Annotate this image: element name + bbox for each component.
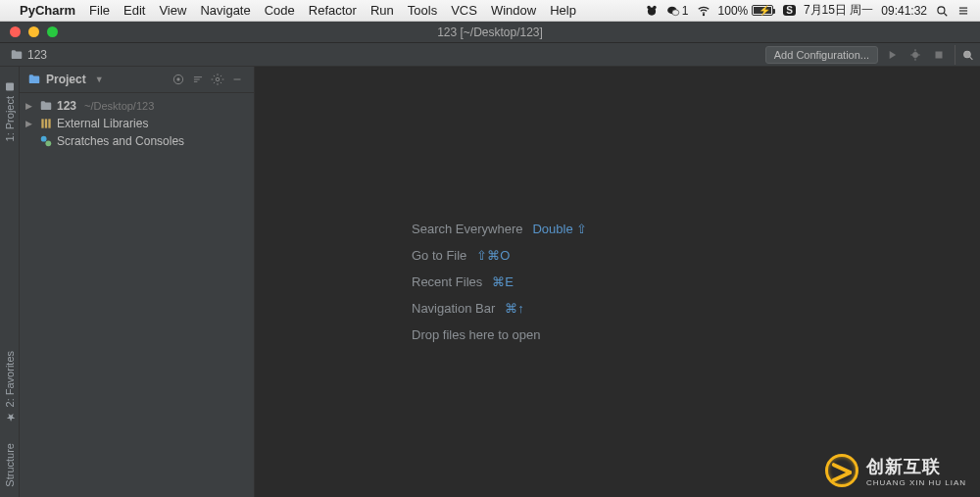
svg-point-17 bbox=[964, 51, 971, 58]
project-view-title: Project bbox=[46, 73, 86, 86]
chevron-down-icon: ▼ bbox=[95, 75, 104, 84]
editor-empty-state[interactable]: Search Everywhere Double ⇧ Go to File ⇧⌘… bbox=[255, 67, 980, 497]
structure-tool-tab[interactable]: Structure bbox=[4, 443, 16, 487]
status-bear-icon[interactable] bbox=[645, 4, 659, 18]
shortcut-label: ⌘E bbox=[492, 274, 514, 289]
menu-code[interactable]: Code bbox=[265, 3, 295, 18]
menu-vcs[interactable]: VCS bbox=[451, 3, 477, 18]
star-icon: ★ bbox=[3, 411, 16, 423]
menu-run[interactable]: Run bbox=[370, 3, 394, 18]
project-tool-header: Project ▼ bbox=[20, 67, 254, 93]
window-minimize-button[interactable] bbox=[28, 26, 39, 37]
locate-icon[interactable] bbox=[170, 71, 187, 88]
svg-rect-19 bbox=[6, 82, 14, 90]
status-input-source-icon[interactable]: S bbox=[783, 5, 796, 16]
tree-root-row[interactable]: ▶ 123 ~/Desktop/123 bbox=[20, 97, 254, 115]
battery-percent: 100% bbox=[718, 4, 749, 18]
shortcut-label: Double ⇧ bbox=[532, 222, 587, 236]
chevron-right-icon: ▶ bbox=[25, 101, 35, 111]
run-button[interactable] bbox=[882, 45, 902, 65]
battery-icon: ⚡ bbox=[752, 5, 773, 16]
svg-rect-27 bbox=[41, 119, 43, 127]
favorites-tool-tab[interactable]: ★ 2: Favorites bbox=[3, 351, 16, 423]
welcome-search-everywhere: Search Everywhere Double ⇧ bbox=[412, 222, 587, 236]
project-view-selector[interactable]: Project ▼ bbox=[27, 73, 104, 86]
left-gutter: 1: Project ★ 2: Favorites Structure bbox=[0, 67, 20, 497]
project-tree: ▶ 123 ~/Desktop/123 ▶ External Libraries… bbox=[20, 93, 254, 154]
watermark-cn: 创新互联 bbox=[866, 455, 966, 478]
project-tool-window: Project ▼ ▶ 123 ~/Desktop/123 ▶ External… bbox=[20, 67, 255, 497]
menu-refactor[interactable]: Refactor bbox=[309, 3, 357, 18]
tree-root-name: 123 bbox=[57, 99, 76, 113]
menu-file[interactable]: File bbox=[89, 3, 110, 18]
navigation-toolbar: 123 Add Configuration... bbox=[0, 43, 980, 67]
status-date[interactable]: 7月15日 周一 bbox=[804, 2, 873, 19]
svg-point-6 bbox=[938, 6, 945, 13]
welcome-drop-files: Drop files here to open bbox=[412, 327, 541, 342]
breadcrumb[interactable]: 123 bbox=[6, 48, 47, 62]
chevron-right-icon: ▶ bbox=[25, 119, 35, 128]
svg-line-7 bbox=[944, 13, 947, 16]
tree-root-path: ~/Desktop/123 bbox=[84, 100, 154, 112]
svg-point-4 bbox=[672, 9, 679, 15]
status-battery[interactable]: 100% ⚡ bbox=[718, 4, 776, 18]
svg-point-11 bbox=[912, 52, 918, 58]
project-icon bbox=[4, 80, 16, 92]
window-controls bbox=[0, 26, 58, 37]
menu-help[interactable]: Help bbox=[550, 3, 576, 18]
stop-button[interactable] bbox=[929, 45, 949, 65]
mac-menubar: PyCharm File Edit View Navigate Code Ref… bbox=[0, 0, 980, 22]
window-close-button[interactable] bbox=[10, 26, 21, 37]
status-time[interactable]: 09:41:32 bbox=[881, 4, 927, 18]
status-wechat-icon[interactable]: 1 bbox=[666, 4, 689, 18]
tree-ext-lib-label: External Libraries bbox=[57, 117, 148, 130]
menu-window[interactable]: Window bbox=[491, 3, 536, 18]
project-tool-tab[interactable]: 1: Project bbox=[4, 80, 16, 141]
folder-icon bbox=[39, 99, 53, 113]
status-notification-center-icon[interactable] bbox=[956, 4, 970, 18]
svg-point-30 bbox=[41, 136, 47, 142]
status-wifi-icon[interactable] bbox=[697, 4, 710, 18]
library-icon bbox=[39, 117, 53, 130]
svg-rect-16 bbox=[936, 51, 943, 58]
window-titlebar: 123 [~/Desktop/123] bbox=[0, 22, 980, 43]
window-title: 123 [~/Desktop/123] bbox=[437, 25, 543, 39]
folder-icon bbox=[10, 48, 24, 62]
add-configuration-button[interactable]: Add Configuration... bbox=[765, 46, 878, 64]
svg-rect-29 bbox=[48, 119, 50, 127]
breadcrumb-root: 123 bbox=[27, 48, 47, 62]
debug-button[interactable] bbox=[906, 45, 925, 65]
svg-point-21 bbox=[177, 78, 179, 80]
svg-point-2 bbox=[648, 7, 656, 15]
svg-point-31 bbox=[45, 140, 51, 146]
shortcut-label: ⇧⌘O bbox=[476, 248, 510, 263]
hide-panel-icon[interactable] bbox=[228, 71, 246, 88]
welcome-recent-files: Recent Files ⌘E bbox=[412, 274, 514, 289]
menu-view[interactable]: View bbox=[159, 3, 186, 18]
tree-scratches-row[interactable]: Scratches and Consoles bbox=[20, 132, 254, 150]
svg-rect-28 bbox=[45, 119, 47, 127]
watermark-en: CHUANG XIN HU LIAN bbox=[866, 478, 966, 487]
scratches-icon bbox=[39, 134, 53, 148]
collapse-all-icon[interactable] bbox=[189, 71, 207, 88]
welcome-goto-file: Go to File ⇧⌘O bbox=[412, 248, 510, 263]
shortcut-label: ⌘↑ bbox=[505, 301, 524, 316]
wechat-badge: 1 bbox=[682, 4, 689, 18]
svg-point-25 bbox=[216, 77, 220, 81]
tree-scratches-label: Scratches and Consoles bbox=[57, 134, 184, 148]
menu-navigate[interactable]: Navigate bbox=[200, 3, 250, 18]
welcome-nav-bar: Navigation Bar ⌘↑ bbox=[412, 301, 524, 316]
tree-external-libraries-row[interactable]: ▶ External Libraries bbox=[20, 115, 254, 132]
window-zoom-button[interactable] bbox=[47, 26, 58, 37]
project-icon bbox=[27, 73, 41, 86]
watermark-icon bbox=[825, 454, 858, 487]
search-everywhere-button[interactable] bbox=[955, 45, 974, 65]
status-spotlight-icon[interactable] bbox=[935, 4, 949, 18]
svg-line-18 bbox=[970, 57, 973, 60]
menu-tools[interactable]: Tools bbox=[408, 3, 437, 18]
watermark-logo: 创新互联 CHUANG XIN HU LIAN bbox=[825, 454, 966, 487]
menu-edit[interactable]: Edit bbox=[123, 3, 145, 18]
app-name[interactable]: PyCharm bbox=[20, 3, 75, 18]
svg-point-5 bbox=[703, 14, 704, 15]
gear-icon[interactable] bbox=[209, 71, 226, 88]
